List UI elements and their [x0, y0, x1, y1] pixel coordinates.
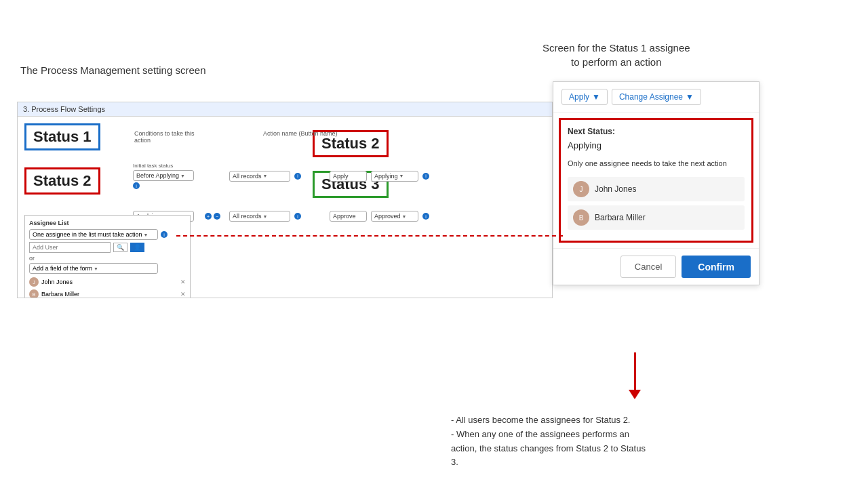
modal-toolbar: Apply ▼ Change Assignee ▼: [553, 82, 759, 113]
search-button[interactable]: 🔍: [113, 243, 127, 252]
john-name: John Jones: [41, 279, 73, 285]
assignee-box: Assignee List One assignee in the list m…: [24, 215, 191, 298]
action-input-1[interactable]: Apply: [330, 171, 367, 182]
arrow-head: [629, 390, 641, 399]
status1-badge: Status 1: [24, 123, 100, 150]
add-user-input[interactable]: [29, 242, 111, 253]
dashed-line: [176, 235, 563, 237]
form-headers: Conditions to take this action Action na…: [133, 130, 545, 144]
note-line-4: 3.: [451, 455, 646, 470]
apply-toolbar-button[interactable]: Apply ▼: [561, 89, 608, 105]
add-field-row: Add a field of the form ▼: [29, 263, 186, 274]
modal-footer: Cancel Confirm: [553, 248, 759, 285]
user-item-barbara: B Barbara Miller ✕: [29, 288, 186, 298]
bottom-notes: - All users become the assignees for Sta…: [451, 413, 646, 470]
action-input-2[interactable]: Approve: [330, 211, 367, 222]
add-user-icon-button[interactable]: 👤: [130, 243, 144, 252]
all-records-select-2[interactable]: All records ▼: [229, 211, 290, 222]
add-user-row: 🔍 👤: [29, 242, 186, 253]
john-remove[interactable]: ✕: [180, 279, 186, 285]
info-circle-4: i: [294, 213, 301, 220]
modal-john-avatar: J: [573, 181, 589, 197]
apply-label: Apply: [569, 92, 589, 102]
minus-circle: −: [214, 213, 220, 220]
process-flow-box: 3. Process Flow Settings Status 1 Status…: [17, 102, 553, 298]
modal-john-name: John Jones: [595, 184, 636, 194]
note-line-3: action, the status changes from Status 2…: [451, 442, 646, 456]
next-status-select-1[interactable]: Applying ▼: [371, 171, 418, 182]
applying-text: Applying: [568, 140, 745, 150]
modal-box: Apply ▼ Change Assignee ▼ Next Status: A…: [553, 81, 760, 285]
form-row-2: Applying ▼ + − All records ▼ i Approve: [133, 211, 545, 222]
or-text: or: [29, 255, 186, 262]
modal-content: Next Status: Applying Only one assignee …: [559, 118, 753, 243]
col-conditions-header: Conditions to take this action: [134, 130, 209, 144]
arrow-line: [634, 352, 636, 390]
form-row-1: Initial task status Before Applying ▼ i …: [133, 163, 545, 189]
assignee-rule-row: One assignee in the list must take actio…: [29, 229, 186, 240]
form-area: Conditions to take this action Action na…: [133, 130, 545, 289]
next-status-label: Next Status:: [568, 127, 745, 136]
note-text: Only one assignee needs to take the next…: [568, 159, 745, 169]
left-label: The Process Management setting screen: [20, 64, 205, 76]
change-assignee-button[interactable]: Change Assignee ▼: [612, 89, 701, 105]
all-records-select-1[interactable]: All records ▼: [229, 171, 290, 182]
info-circle-2: i: [294, 173, 301, 180]
next-status-select-2[interactable]: Approved ▼: [371, 211, 418, 222]
info-circle-1: i: [133, 182, 140, 189]
process-box-header: 3. Process Flow Settings: [18, 102, 552, 117]
initial-status-select[interactable]: Before Applying ▼: [133, 170, 194, 181]
modal-user-john: J John Jones: [568, 177, 745, 201]
modal-barbara-name: Barbara Miller: [595, 213, 646, 222]
info-circle-5: i: [422, 213, 429, 220]
confirm-button[interactable]: Confirm: [682, 256, 751, 278]
right-label: Screen for the Status 1 assignee to perf…: [542, 41, 690, 69]
info-circle-assignee: i: [161, 231, 167, 238]
assignee-box-title: Assignee List: [29, 220, 186, 226]
modal-user-barbara: B Barbara Miller: [568, 205, 745, 230]
barbara-name: Barbara Miller: [41, 291, 79, 298]
plus-circle: +: [205, 213, 212, 220]
col-action-header: Action name (Button name): [263, 130, 378, 144]
barbara-remove[interactable]: ✕: [180, 291, 186, 298]
user-item-john: J John Jones ✕: [29, 276, 186, 288]
note-line-1: - All users become the assignees for Sta…: [451, 413, 646, 428]
down-arrow: [629, 352, 641, 399]
apply-chevron: ▼: [592, 92, 600, 102]
info-circle-3: i: [422, 173, 429, 180]
cancel-button[interactable]: Cancel: [620, 256, 676, 278]
john-avatar: J: [29, 277, 39, 287]
add-field-select[interactable]: Add a field of the form ▼: [29, 263, 158, 274]
modal-barbara-avatar: B: [573, 209, 589, 226]
barbara-avatar: B: [29, 289, 39, 298]
change-assignee-chevron: ▼: [686, 92, 694, 102]
process-inner: Status 1 Status 2 Status 2 Status 3 Cond…: [18, 117, 552, 296]
change-assignee-label: Change Assignee: [619, 92, 683, 102]
note-line-2: - When any one of the assignees performs…: [451, 428, 646, 442]
status2-left-badge: Status 2: [24, 167, 100, 195]
assignee-rule-select[interactable]: One assignee in the list must take actio…: [29, 229, 158, 240]
